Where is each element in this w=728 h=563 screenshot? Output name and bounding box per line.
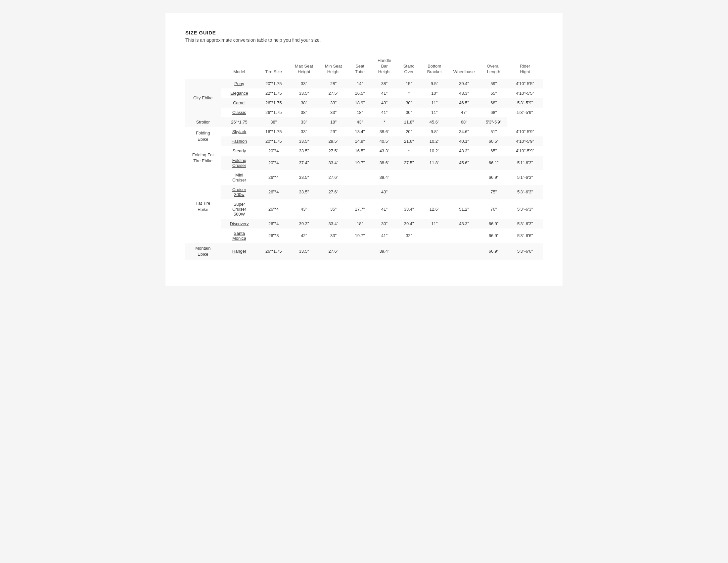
cell-overallLength: 66.9"	[480, 170, 507, 185]
cell-overallLength: 59"	[480, 79, 507, 88]
table-row: Cruiser300w26"*433.5"27.6"43"75"5'3"-6'3…	[185, 185, 543, 199]
cell-wheelbase: 43.3"	[448, 219, 480, 228]
header-overall-length: OverallLength	[480, 56, 507, 79]
cell-category: Folding FatTire Ebike	[185, 146, 221, 170]
cell-model[interactable]: SuperCruiser500W	[221, 199, 258, 219]
cell-seatTube: 18"	[348, 108, 372, 117]
table-header-row: Model Tire Size Max SeatHeight Min SeatH…	[185, 56, 543, 79]
cell-overallLength: 66.9"	[480, 228, 507, 243]
cell-minSeatHeight: 35"	[319, 199, 348, 219]
cell-model[interactable]: Ranger	[221, 243, 258, 259]
cell-tireSize: 22"*1.75	[258, 88, 289, 98]
cell-riderHight: 5'1"-6'3"	[507, 170, 543, 185]
cell-overallLength: 66.9"	[480, 243, 507, 259]
cell-bottomBracket: 11.8"	[397, 117, 421, 127]
cell-model[interactable]: Fashion	[221, 136, 258, 146]
cell-model[interactable]: MiniCruiser	[221, 170, 258, 185]
header-stand-over: StandOver	[397, 56, 421, 79]
cell-handleBarHeight: 38"	[372, 79, 397, 88]
cell-seatTube: 19.7"	[348, 156, 372, 170]
cell-minSeatHeight: 27.5"	[319, 146, 348, 156]
cell-model[interactable]: SantaMonica	[221, 228, 258, 243]
page-title: SIZE GUIDE	[185, 30, 543, 35]
header-category	[185, 56, 221, 79]
cell-bottomBracket: 10.2"	[421, 146, 448, 156]
cell-handleBarHeight: 43"	[372, 98, 397, 108]
cell-riderHight: 4'10"-5'5"	[507, 79, 543, 88]
cell-standOver: 15"	[397, 79, 421, 88]
header-max-seat-height: Max SeatHeight	[289, 56, 319, 79]
cell-seatTube: 14"	[348, 79, 372, 88]
cell-minSeatHeight: 27.6"	[319, 243, 348, 259]
cell-riderHight: 5'3"-6'3"	[507, 185, 543, 199]
cell-model[interactable]: Pony	[221, 79, 258, 88]
cell-model[interactable]: Strollor	[185, 117, 221, 127]
cell-bottomBracket	[421, 185, 448, 199]
cell-riderHight: 5'3"-6'6"	[507, 243, 543, 259]
cell-handleBarHeight: 30"	[372, 219, 397, 228]
cell-overallLength: 76"	[480, 199, 507, 219]
cell-wheelbase	[448, 170, 480, 185]
cell-category: Fat TireEbike	[185, 170, 221, 243]
cell-seatTube: 19.7"	[348, 228, 372, 243]
cell-handleBarHeight: 39.4"	[372, 243, 397, 259]
cell-riderHight: 5'3"-6'3"	[507, 219, 543, 228]
cell-handleBarHeight: 38.6"	[372, 127, 397, 136]
cell-maxSeatHeight: 39.3"	[289, 219, 319, 228]
table-row: SuperCruiser500W26"*443"35"17.7"41"33.4"…	[185, 199, 543, 219]
header-handle-bar-height: HandleBarHeight	[372, 56, 397, 79]
cell-wheelbase: 51.2"	[448, 199, 480, 219]
cell-minSeatHeight: 29.5"	[319, 136, 348, 146]
cell-standOver: *	[372, 117, 397, 127]
cell-model[interactable]: Camel	[221, 98, 258, 108]
cell-seatTube: 16.5"	[348, 88, 372, 98]
cell-wheelbase: 43.3"	[448, 146, 480, 156]
cell-seatTube	[348, 170, 372, 185]
cell-handleBarHeight: 41"	[372, 228, 397, 243]
cell-maxSeatHeight: 33.5"	[289, 185, 319, 199]
cell-model[interactable]: Classic	[221, 108, 258, 117]
cell-tireSize: 26"*4	[258, 219, 289, 228]
cell-wheelbase: 34.6"	[448, 127, 480, 136]
table-row: SantaMonica26"*342"33"19.7"41"32"66.9"5'…	[185, 228, 543, 243]
cell-minSeatHeight: 33"	[319, 108, 348, 117]
cell-riderHight: 4'10"-5'5"	[507, 88, 543, 98]
cell-model[interactable]: Skylark	[221, 127, 258, 136]
cell-model[interactable]: Cruiser300w	[221, 185, 258, 199]
cell-tireSize: 20"*1.75	[258, 136, 289, 146]
cell-standOver	[397, 170, 421, 185]
cell-wheelbase: 43.3"	[448, 88, 480, 98]
cell-model[interactable]: Steady	[221, 146, 258, 156]
cell-seatTube: 17.7"	[348, 199, 372, 219]
cell-model[interactable]: Discovery	[221, 219, 258, 228]
cell-tireSize: 26"*3	[258, 228, 289, 243]
cell-tireSize: 16"*1.75	[258, 127, 289, 136]
cell-riderHight: 5'3"-6'6"	[507, 228, 543, 243]
cell-bottomBracket: 9.8"	[421, 127, 448, 136]
cell-maxSeatHeight: 33.5"	[289, 243, 319, 259]
cell-model[interactable]: Elegance	[221, 88, 258, 98]
cell-wheelbase: 46.5"	[448, 98, 480, 108]
cell-seatTube: 18.9"	[348, 98, 372, 108]
cell-tireSize: 26"*1.75	[258, 108, 289, 117]
cell-tireSize: 20"*4	[258, 146, 289, 156]
cell-standOver: 39.4"	[397, 219, 421, 228]
cell-riderHight: 5'3"-5'9"	[480, 117, 507, 127]
cell-riderHight: 5'3"-5'9"	[507, 98, 543, 108]
cell-model[interactable]: FoldingCruiser	[221, 156, 258, 170]
cell-handleBarHeight: 41"	[372, 88, 397, 98]
cell-tireSize: 26"*4	[258, 185, 289, 199]
cell-tireSize: 26"*1.75	[258, 98, 289, 108]
cell-overallLength: 51"	[480, 127, 507, 136]
table-row: MontainEbikeRanger26"*1.7533.5"27.6"39.4…	[185, 243, 543, 259]
cell-riderHight: 5'3"-6'3"	[507, 199, 543, 219]
cell-riderHight: 5'1"-6'3"	[507, 156, 543, 170]
cell-maxSeatHeight: 33.5"	[289, 136, 319, 146]
cell-maxSeatHeight: 33.5"	[289, 170, 319, 185]
cell-overallLength: 60.5"	[480, 136, 507, 146]
cell-tireSize: 26"*4	[258, 199, 289, 219]
cell-riderHight: 4'10"-5'9"	[507, 136, 543, 146]
cell-bottomBracket: 11"	[421, 219, 448, 228]
cell-riderHight: 4'10"-5'9"	[507, 127, 543, 136]
cell-minSeatHeight: 27.6"	[319, 170, 348, 185]
